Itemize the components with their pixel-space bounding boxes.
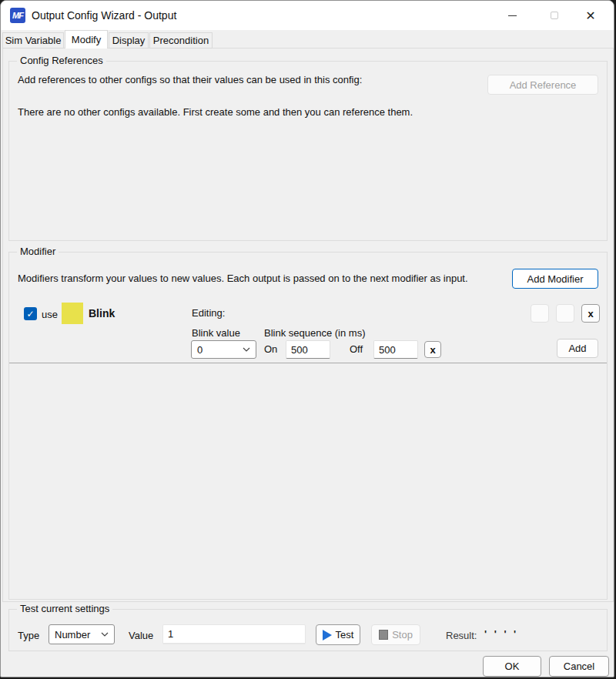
type-dropdown[interactable]: Number xyxy=(49,624,115,644)
on-input[interactable] xyxy=(286,340,330,359)
dialog-window: MF Output Config Wizard - Output ✕ Sim V… xyxy=(0,0,614,677)
window-title: Output Config Wizard - Output xyxy=(32,1,176,30)
result-value: ' ' ' ' xyxy=(484,628,518,640)
result-label: Result: xyxy=(446,630,477,641)
move-down-button[interactable] xyxy=(556,304,574,323)
check-icon: ✓ xyxy=(26,309,34,319)
maximize-button[interactable] xyxy=(537,1,571,30)
tab-precondition[interactable]: Precondition xyxy=(149,32,213,48)
test-button[interactable]: Test xyxy=(316,624,360,645)
tab-sim-variable[interactable]: Sim Variable xyxy=(2,32,64,48)
ok-button[interactable]: OK xyxy=(483,656,541,677)
tab-modify[interactable]: Modify xyxy=(65,30,108,48)
add-modifier-button[interactable]: Add Modifier xyxy=(512,269,598,289)
on-label: On xyxy=(264,343,277,355)
value-input[interactable] xyxy=(162,624,306,644)
modifier-description: Modifiers transform your values to new v… xyxy=(18,273,468,284)
minimize-button[interactable] xyxy=(495,1,529,30)
close-x-icon: x xyxy=(430,344,435,356)
type-selected: Number xyxy=(55,629,90,641)
cancel-button[interactable]: Cancel xyxy=(549,656,609,677)
modifier-name: Blink xyxy=(89,307,115,319)
off-input[interactable] xyxy=(373,340,418,359)
add-sequence-button[interactable]: Add xyxy=(557,339,598,358)
blink-sequence-label: Blink sequence (in ms) xyxy=(264,327,366,339)
use-checkbox[interactable]: ✓ xyxy=(24,307,37,320)
play-icon xyxy=(323,630,332,641)
modifier-color-swatch[interactable] xyxy=(62,303,83,324)
config-references-description: Add references to other configs so that … xyxy=(18,74,362,85)
move-up-button[interactable] xyxy=(531,304,549,323)
stop-button-label: Stop xyxy=(392,629,413,641)
modifier-title: Modifier xyxy=(17,246,59,257)
blink-value-selected: 0 xyxy=(197,344,203,356)
chevron-down-icon xyxy=(101,632,109,637)
stop-button[interactable]: Stop xyxy=(371,624,420,645)
close-x-icon: x xyxy=(588,308,593,319)
editing-label: Editing: xyxy=(192,307,225,319)
remove-modifier-button[interactable]: x xyxy=(581,304,600,323)
config-references-empty-message: There are no other configs available. Fi… xyxy=(18,106,413,118)
type-label: Type xyxy=(18,630,39,641)
chevron-down-icon xyxy=(243,347,250,352)
blink-value-label: Blink value xyxy=(192,327,240,339)
test-button-label: Test xyxy=(336,629,354,641)
add-reference-button[interactable]: Add Reference xyxy=(487,75,598,95)
app-logo-icon: MF xyxy=(10,8,25,23)
test-settings-title: Test current settings xyxy=(17,603,112,614)
config-references-title: Config References xyxy=(17,55,106,66)
use-label: use xyxy=(42,309,58,320)
minimize-icon xyxy=(508,15,517,16)
value-label: Value xyxy=(129,630,153,641)
maximize-icon xyxy=(551,12,558,19)
blink-value-dropdown[interactable]: 0 xyxy=(191,340,256,359)
modifier-row-separator xyxy=(9,363,607,363)
modifier-group: Modifier xyxy=(8,252,608,600)
tab-display[interactable]: Display xyxy=(109,32,149,48)
titlebar: MF Output Config Wizard - Output ✕ xyxy=(1,1,614,30)
close-button[interactable]: ✕ xyxy=(574,1,608,30)
remove-sequence-button[interactable]: x xyxy=(424,341,441,358)
stop-icon xyxy=(379,630,388,640)
off-label: Off xyxy=(350,343,363,355)
